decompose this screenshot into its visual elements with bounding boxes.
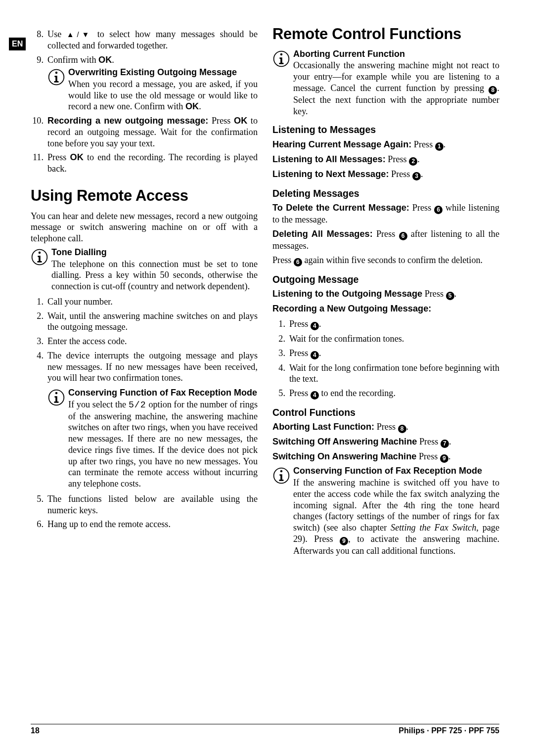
info-text: The telephone on this connection must be… [51,259,258,292]
list-item: The device interrupts the outgoing messa… [31,350,258,384]
text: . [319,348,321,358]
key-9-icon: 9 [440,454,448,463]
key-3-icon: 3 [412,172,421,180]
text: option for the number of rings of the an… [68,400,258,489]
text: Press [289,388,311,398]
key-1-icon: 1 [435,142,444,151]
line-hear-again: Hearing Current Message Again: Press 1. [272,139,499,151]
right-column: Remote Control Functions Aborting Curren… [272,25,499,560]
key-2-icon: 2 [409,157,417,166]
key-9-icon: 9 [340,537,348,545]
text: Press [374,422,398,432]
text: to end the recording. [319,388,396,398]
list-item: Press OK to end the recording. The recor… [31,152,258,175]
list-item: Press 4. [272,348,499,359]
page-body: Use ▲/▼ to select how many messages shou… [0,0,534,589]
key-5-icon: 5 [446,292,454,300]
text: Press [411,139,435,149]
list-item: Use ▲/▼ to select how many messages shou… [31,29,258,51]
text: If you select the [68,400,129,409]
record-steps: Press 4. Wait for the confirmation tones… [272,318,499,400]
key-4-icon: 4 [311,351,319,359]
label: Aborting Last Function: [272,422,374,432]
line-switch-on: Switching On Answering Machine Press 9. [272,451,499,463]
svg-point-3 [39,252,41,254]
text: Use [47,29,67,39]
line-listen-all: Listening to All Messages: Press 2. [272,154,499,166]
svg-point-7 [280,53,283,56]
label: Hearing Current Message Again: [272,139,411,149]
label: To Delete the Current Message: [272,203,409,213]
text: Press [373,229,399,239]
line-abort-last: Aborting Last Function: Press 8. [272,421,499,433]
text: Press [289,348,311,358]
list-item: Recording a new outgoing message: Press … [31,115,258,149]
text: Press [417,437,441,446]
list-item: Enter the access code. [31,336,258,347]
text: Press [47,152,70,162]
key-8-icon: 8 [398,425,406,433]
line-switch-off: Switching Off Answering Machine Press 7. [272,436,499,448]
label: Switching On Answering Machine [272,451,416,461]
key-6-icon: 6 [294,258,302,267]
svg-point-9 [280,470,283,473]
heading-control-functions: Control Functions [272,406,499,418]
text: Press [289,319,311,329]
key-4-icon: 4 [311,391,319,400]
info-abort-current: Aborting Current Function Occasionally t… [272,49,499,117]
arrow-keys-icon: ▲/▼ [67,30,92,39]
label: Listening to the Outgoing Message [272,289,422,299]
info-title: Conserving Function of Fax Reception Mod… [293,466,499,476]
text: Press [386,154,409,164]
info-text: Occasionally the answering machine might… [293,60,499,117]
heading-remote-access: Using Remote Access [31,186,258,206]
list-item: Wait, until the answering machine switch… [31,311,258,333]
text: Press [409,203,434,213]
page-number: 18 [31,726,40,735]
info-icon [272,50,290,68]
intro-text: You can hear and delete new messages, re… [31,211,258,244]
list-item: Press 4 to end the recording. [272,388,499,400]
label: Listening to All Messages: [272,154,386,164]
info-tone-dialling: Tone Dialling The telephone on this conn… [31,247,258,292]
ok-key: OK [70,152,84,162]
text: Occasionally the answering machine might… [293,60,499,93]
text: Confirm with [47,55,98,65]
lcd-option: 5/2 [129,400,146,410]
key-6-icon: 6 [434,206,443,214]
info-overwrite: Overwriting Existing Outgoing Message Wh… [47,67,258,112]
page-footer: 18 Philips · PPF 725 · PPF 755 [31,724,499,735]
label: Deleting All Messages: [272,229,373,239]
text: . [319,319,321,329]
line-listen-next: Listening to Next Message: Press 3. [272,169,499,180]
line-record-outgoing: Recording a New Outgoing Message: [272,303,499,314]
text: Press [208,116,234,126]
language-tab: EN [9,38,26,50]
chapter-ref: Setting the Fax Switch [391,523,476,533]
svg-point-1 [55,72,58,74]
text: Press [389,169,412,179]
line-delete-all: Deleting All Messages: Press 6 after lis… [272,228,499,252]
list-item: Call your number. [31,296,258,308]
line-delete-current: To Delete the Current Message: Press 6 w… [272,202,499,225]
info-text: When you record a message, you are asked… [68,79,258,112]
label: Listening to Next Message: [272,169,389,179]
svg-point-5 [55,392,58,395]
key-4-icon: 4 [311,322,319,330]
info-text: If you select the 5/2 option for the num… [68,399,258,489]
label: Switching Off Answering Machine [272,437,417,446]
info-conserve-fax-2: Conserving Function of Fax Reception Mod… [272,466,499,556]
info-title: Aborting Current Function [293,49,499,59]
text: Press [272,255,294,265]
info-icon [47,68,65,86]
info-title: Tone Dialling [51,247,258,258]
remote-steps-cont: The functions listed below are available… [31,493,258,530]
list-item: Wait for the long confirmation tone befo… [272,362,499,385]
key-8-icon: 8 [489,86,497,94]
text: Press [422,289,446,299]
text: again within five seconds to confirm the… [302,255,483,265]
label: Recording a New Outgoing Message: [272,304,431,313]
list-continued: Use ▲/▼ to select how many messages shou… [31,29,258,175]
info-icon [47,389,65,406]
list-item: The functions listed below are available… [31,493,258,516]
